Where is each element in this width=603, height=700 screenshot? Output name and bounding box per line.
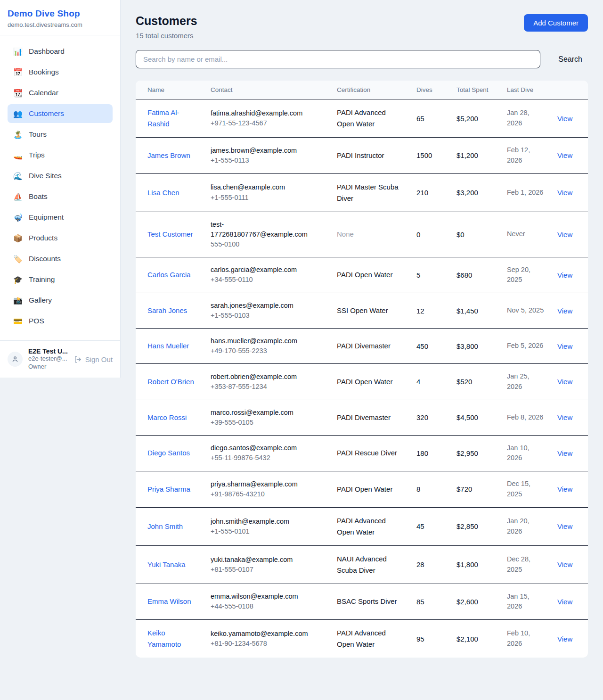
column-header-dives: Dives [410,81,450,99]
user-icon [11,355,19,363]
view-customer-link[interactable]: View [557,635,572,643]
add-customer-button[interactable]: Add Customer [524,14,588,32]
customer-last-dive: Feb 12, 2026 [500,138,551,174]
customer-last-dive: Feb 8, 2026 [500,400,551,435]
customer-certification: BSAC Sports Diver [337,597,397,605]
column-header-contact: Contact [204,81,330,99]
column-header-total-spent: Total Spent [450,81,500,99]
customer-name-link[interactable]: Fatima Al-Rashid [147,108,179,128]
view-customer-link[interactable]: View [557,151,572,159]
customer-name-link[interactable]: Yuki Tanaka [147,560,186,568]
sidebar-item-calendar[interactable]: 📆 Calendar [8,83,113,102]
nav-icon: 📊 [13,47,23,56]
sidebar-item-label: Gallery [29,296,52,305]
sidebar-item-discounts[interactable]: 🏷️ Discounts [8,249,113,268]
customer-name-link[interactable]: Marco Rossi [147,413,187,421]
sidebar-item-label: Training [29,275,55,284]
view-customer-link[interactable]: View [557,231,572,239]
search-button[interactable]: Search [553,51,588,67]
customer-phone: +1-555-0101 [211,527,308,536]
sidebar-item-tours[interactable]: 🏝️ Tours [8,125,113,144]
sidebar-nav: 📊 Dashboard 📅 Bookings 📆 Calendar 👥 Cust… [0,35,120,337]
sidebar: Demo Dive Shop demo.test.divestreams.com… [0,0,121,378]
customer-name-link[interactable]: Priya Sharma [147,485,190,493]
sidebar-item-label: Dashboard [29,47,65,56]
shop-name: Demo Dive Shop [8,8,113,19]
sidebar-item-label: POS [29,317,44,325]
customer-name-link[interactable]: Carlos Garcia [147,271,191,279]
avatar [8,352,23,367]
table-row: John Smith john.smith@example.com +1-555… [136,507,588,545]
user-name: E2E Test U... [28,347,68,355]
customer-certification: PADI Open Water [337,485,392,493]
sidebar-item-label: Calendar [29,89,58,97]
sidebar-item-dive-sites[interactable]: 🌊 Dive Sites [8,166,113,185]
customer-phone: +1-555-0113 [211,156,308,165]
customer-dives: 1500 [410,138,450,174]
customer-name-link[interactable]: Hans Mueller [147,342,189,350]
sidebar-item-label: Bookings [29,68,59,76]
view-customer-link[interactable]: View [557,342,572,350]
sidebar-item-label: Boats [29,192,48,201]
customer-dives: 8 [410,471,450,508]
view-customer-link[interactable]: View [557,560,572,568]
customer-total-spent: $3,800 [450,329,500,364]
sidebar-item-gallery[interactable]: 📸 Gallery [8,291,113,310]
customer-last-dive: Nov 5, 2025 [500,293,551,329]
customer-last-dive: Jan 15, 2026 [500,584,551,620]
customer-email: emma.wilson@example.com [211,592,308,601]
nav-icon: 👥 [13,109,23,118]
nav-icon: 🚤 [13,151,23,160]
customer-last-dive: Dec 15, 2025 [500,471,551,508]
user-role: Owner [28,363,68,371]
customer-phone: 555-0100 [211,239,308,249]
table-row: Hans Mueller hans.mueller@example.com +4… [136,329,588,364]
customer-phone: +81-555-0107 [211,565,308,575]
sidebar-item-customers[interactable]: 👥 Customers [8,104,113,123]
search-input[interactable] [136,50,540,68]
view-customer-link[interactable]: View [557,449,572,457]
table-row: Carlos Garcia carlos.garcia@example.com … [136,257,588,293]
view-customer-link[interactable]: View [557,189,572,197]
view-customer-link[interactable]: View [557,378,572,386]
customer-name-link[interactable]: Sarah Jones [147,306,187,314]
sidebar-item-boats[interactable]: ⛵ Boats [8,187,113,206]
customer-name-link[interactable]: Keiko Yamamoto [147,629,181,648]
customer-last-dive: Dec 28, 2025 [500,545,551,584]
view-customer-link[interactable]: View [557,598,572,606]
sidebar-item-pos[interactable]: 💳 POS [8,312,113,330]
customer-name-link[interactable]: Test Customer [147,230,193,238]
customer-email: john.smith@example.com [211,517,308,527]
column-header-name: Name [136,81,204,99]
user-section: E2E Test U... e2e-tester@... Owner Sign … [0,340,120,378]
sign-out-button[interactable]: Sign Out [74,355,113,363]
nav-icon: ⛵ [13,192,23,201]
view-customer-link[interactable]: View [557,271,572,279]
customer-email: fatima.alrashid@example.com [211,108,308,118]
customer-total-spent: $1,200 [450,138,500,174]
sidebar-item-trips[interactable]: 🚤 Trips [8,146,113,165]
customer-name-link[interactable]: Emma Wilson [147,597,191,605]
sidebar-item-dashboard[interactable]: 📊 Dashboard [8,42,113,61]
customer-name-link[interactable]: Robert O'Brien [147,378,194,386]
view-customer-link[interactable]: View [557,522,572,530]
customer-name-link[interactable]: Lisa Chen [147,189,179,197]
customer-phone: +1-555-0111 [211,193,308,203]
sidebar-item-products[interactable]: 📦 Products [8,229,113,247]
sidebar-item-label: Products [29,234,57,242]
sidebar-item-equipment[interactable]: 🤿 Equipment [8,208,113,227]
view-customer-link[interactable]: View [557,115,572,123]
view-customer-link[interactable]: View [557,485,572,493]
customer-certification: PADI Advanced Open Water [337,517,386,536]
customer-name-link[interactable]: James Brown [147,151,190,159]
view-customer-link[interactable]: View [557,307,572,315]
customer-last-dive: Jan 28, 2026 [500,99,551,138]
sidebar-item-bookings[interactable]: 📅 Bookings [8,63,113,82]
nav-icon: 🎓 [13,275,23,284]
shop-domain: demo.test.divestreams.com [8,21,113,28]
sidebar-item-training[interactable]: 🎓 Training [8,270,113,289]
customer-name-link[interactable]: John Smith [147,522,183,530]
view-customer-link[interactable]: View [557,413,572,421]
customer-name-link[interactable]: Diego Santos [147,449,190,457]
page-title: Customers [136,14,197,28]
